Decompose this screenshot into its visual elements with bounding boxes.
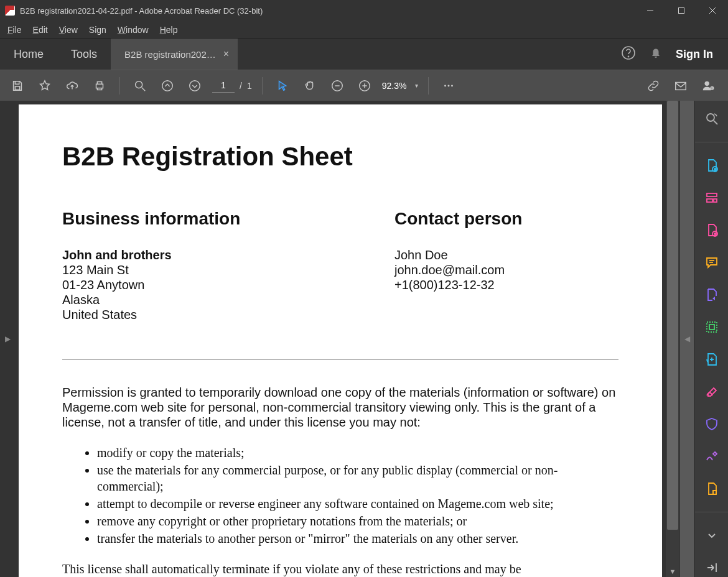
menu-file[interactable]: File [2, 22, 27, 37]
maximize-button[interactable] [666, 0, 697, 21]
create-pdf-icon[interactable] [702, 156, 722, 175]
zoom-dropdown[interactable]: 92.3% ▾ [382, 81, 419, 91]
zoom-in-icon[interactable] [351, 73, 378, 98]
license-paragraph-2: This license shall automatically termina… [62, 561, 618, 576]
export-pdf-icon[interactable] [702, 285, 722, 304]
tab-tools[interactable]: Tools [57, 39, 111, 70]
panel-separator [695, 142, 728, 142]
collapse-panel-icon[interactable] [702, 558, 722, 577]
share-link-icon[interactable] [640, 73, 667, 98]
comment-icon[interactable] [702, 253, 722, 272]
share-people-icon[interactable] [694, 73, 722, 98]
tab-document[interactable]: B2B registration202… × [111, 39, 238, 70]
select-tool-icon[interactable] [269, 73, 296, 98]
tab-home[interactable]: Home [0, 39, 57, 70]
save-icon[interactable] [4, 73, 31, 98]
search-panel-icon[interactable] [702, 109, 722, 128]
menu-window[interactable]: Window [112, 22, 154, 37]
svg-point-5 [628, 56, 628, 57]
svg-rect-6 [15, 86, 19, 90]
license-bullets: modify or copy the materials; use the ma… [62, 445, 618, 547]
business-heading: Business information [62, 209, 376, 229]
print-icon[interactable] [86, 73, 113, 98]
list-item: remove any copyright or other proprietar… [97, 513, 618, 529]
svg-rect-30 [707, 193, 717, 196]
svg-point-19 [451, 85, 453, 86]
svg-point-17 [444, 85, 446, 86]
star-icon[interactable] [31, 73, 58, 98]
page-down-icon[interactable] [181, 73, 208, 98]
page-up-icon[interactable] [154, 73, 181, 98]
divider [62, 359, 618, 360]
zoom-out-icon[interactable] [324, 73, 351, 98]
combine-files-icon[interactable] [702, 188, 722, 207]
contact-heading: Contact person [394, 209, 618, 229]
left-panel-handle[interactable]: ▶ [0, 101, 15, 577]
close-button[interactable] [697, 0, 728, 21]
fill-sign-icon[interactable] [702, 382, 722, 401]
page-navigation: / 1 [212, 79, 252, 93]
svg-rect-20 [676, 82, 686, 90]
cloud-upload-icon[interactable] [58, 73, 86, 98]
edit-pdf-icon[interactable] [702, 221, 722, 239]
app-icon [5, 6, 15, 16]
menubar: File Edit View Sign Window Help [0, 21, 728, 39]
contact-email: john.doe@mail.com [394, 262, 618, 277]
business-address-1: 123 Main St [62, 262, 376, 277]
sign-in-button[interactable]: Sign In [676, 48, 713, 61]
request-signatures-icon[interactable] [702, 447, 722, 466]
tools-panel [694, 101, 728, 577]
business-address-4: United States [62, 307, 376, 322]
license-paragraph: Permission is granted to temporarily dow… [62, 385, 618, 430]
svg-point-10 [162, 80, 173, 91]
contact-name: John Doe [394, 247, 618, 262]
minimize-button[interactable] [635, 0, 666, 21]
help-icon[interactable] [621, 45, 636, 63]
notifications-icon[interactable] [648, 45, 663, 63]
menu-help[interactable]: Help [154, 22, 184, 37]
page-number-input[interactable] [212, 79, 235, 93]
menu-view[interactable]: View [54, 22, 83, 37]
menu-sign[interactable]: Sign [83, 22, 112, 37]
scrollbar-thumb[interactable] [667, 101, 678, 530]
protect-icon[interactable] [702, 415, 722, 433]
more-panel-icon[interactable] [702, 526, 722, 545]
caret-down-icon: ▾ [415, 82, 418, 89]
svg-point-18 [448, 85, 450, 86]
svg-line-26 [714, 121, 717, 124]
svg-point-8 [136, 81, 142, 88]
business-address-2: 01-23 Anytown [62, 277, 376, 292]
right-panel-handle[interactable]: ◀ [679, 101, 694, 577]
list-item: modify or copy the materials; [97, 445, 618, 461]
window-title: B2B registration2021-04-22.pdf - Adobe A… [20, 6, 635, 16]
toolbar: / 1 92.3% ▾ [0, 70, 728, 101]
zoom-value: 92.3% [382, 81, 407, 91]
menu-edit[interactable]: Edit [27, 22, 54, 37]
titlebar: B2B registration2021-04-22.pdf - Adobe A… [0, 0, 728, 21]
main-area: ▶ B2B Registration Sheet Business inform… [0, 101, 728, 577]
doc-title: B2B Registration Sheet [62, 142, 618, 172]
list-item: attempt to decompile or reverse engineer… [97, 496, 618, 512]
tabsbar: Home Tools B2B registration202… × Sign I… [0, 39, 728, 70]
more-tools-icon[interactable] [435, 73, 462, 98]
convert-pdf-icon[interactable] [702, 479, 722, 498]
svg-rect-39 [709, 325, 714, 330]
document-scroll[interactable]: B2B Registration Sheet Business informat… [15, 101, 666, 577]
contact-phone: +1(800)123-12-32 [394, 277, 618, 292]
compress-pdf-icon[interactable] [702, 350, 722, 369]
svg-rect-31 [707, 199, 712, 202]
business-address-3: Alaska [62, 292, 376, 307]
organize-pages-icon[interactable] [702, 318, 722, 336]
tab-document-label: B2B registration202… [124, 49, 216, 60]
pdf-page[interactable]: B2B Registration Sheet Business informat… [19, 104, 662, 577]
hand-tool-icon[interactable] [296, 73, 324, 98]
vertical-scrollbar[interactable]: ▲ ▼ [666, 101, 679, 577]
svg-point-25 [707, 114, 714, 121]
svg-rect-7 [96, 84, 103, 88]
search-icon[interactable] [126, 73, 154, 98]
toolbar-separator [262, 77, 263, 95]
page-total: 1 [247, 81, 252, 91]
tab-close-icon[interactable]: × [223, 48, 229, 60]
email-icon[interactable] [667, 73, 694, 98]
scroll-down-icon[interactable]: ▼ [666, 566, 679, 577]
